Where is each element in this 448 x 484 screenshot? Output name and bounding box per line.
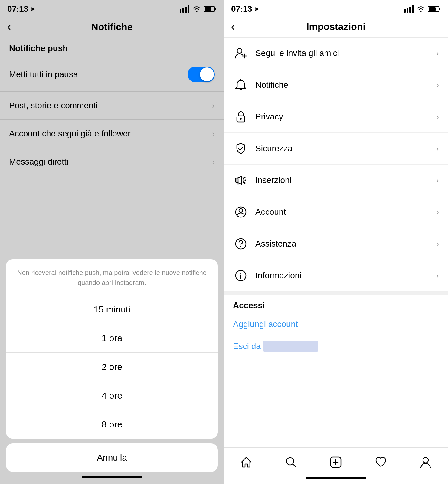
svg-point-12 (420, 11, 422, 12)
menu-item-privacy[interactable]: Privacy › (224, 101, 448, 133)
aggiungi-account-link[interactable]: Aggiungi account (233, 313, 439, 335)
svg-point-27 (239, 209, 243, 212)
right-signal-icon (404, 5, 414, 13)
right-status-icons (404, 5, 441, 13)
chevron-segui: › (436, 49, 439, 58)
svg-point-23 (244, 177, 246, 178)
right-home-bar (306, 477, 366, 479)
plus-square-tab-icon (330, 456, 342, 468)
svg-point-16 (237, 48, 242, 53)
svg-point-21 (240, 118, 242, 120)
megaphone-icon (233, 172, 249, 188)
sheet-option-15min[interactable]: 15 minuti (6, 295, 218, 324)
sheet-option-8ore[interactable]: 8 ore (6, 410, 218, 439)
heart-tab-icon (375, 456, 387, 468)
home-tab-icon (240, 456, 252, 468)
bell-icon (233, 77, 249, 93)
chevron-account-right: › (436, 208, 439, 217)
svg-rect-10 (409, 7, 411, 13)
right-nav-title: Impostazioni (306, 21, 366, 32)
chevron-sicurezza: › (436, 144, 439, 153)
svg-point-24 (245, 180, 246, 181)
esci-da-link[interactable]: Esci da (233, 335, 439, 357)
shield-icon (233, 141, 249, 156)
person-tab-icon (420, 456, 432, 468)
svg-rect-14 (439, 8, 440, 10)
chevron-privacy: › (436, 112, 439, 122)
menu-label-informazioni: Informazioni (255, 271, 436, 280)
svg-point-29 (240, 246, 241, 247)
menu-item-account[interactable]: Account › (224, 196, 448, 228)
menu-item-assistenza[interactable]: Assistenza › (224, 228, 448, 260)
menu-label-inserzioni: Inserzioni (255, 175, 436, 185)
right-wifi-icon (416, 5, 426, 13)
sheet-option-1ora[interactable]: 1 ora (6, 324, 218, 353)
lock-icon (233, 109, 249, 125)
person-plus-icon (233, 45, 249, 61)
menu-item-segui[interactable]: Segui e invita gli amici › (224, 38, 448, 69)
right-nav-header: ‹ Impostazioni (224, 16, 448, 38)
accessi-section: Accessi Aggiungi account Esci da (224, 295, 448, 357)
tab-home[interactable] (234, 453, 258, 471)
svg-rect-8 (404, 9, 406, 13)
svg-line-34 (293, 464, 296, 467)
tab-profile[interactable] (414, 453, 438, 471)
menu-label-sicurezza: Sicurezza (255, 144, 436, 153)
bottom-sheet: Non riceverai notifiche push, ma potrai … (6, 259, 218, 439)
svg-rect-11 (412, 5, 414, 13)
tab-activity[interactable] (369, 453, 393, 471)
svg-point-25 (244, 182, 246, 184)
chevron-assistenza: › (436, 239, 439, 249)
tab-bar (224, 447, 448, 474)
tab-create[interactable] (324, 453, 348, 471)
sheet-option-4ore[interactable]: 4 ore (6, 381, 218, 410)
right-battery-icon (428, 6, 441, 12)
menu-item-sicurezza[interactable]: Sicurezza › (224, 133, 448, 165)
sheet-option-2ore[interactable]: 2 ore (6, 353, 218, 381)
menu-label-segui: Segui e invita gli amici (255, 48, 436, 58)
chevron-notifiche: › (436, 80, 439, 90)
svg-rect-15 (429, 7, 436, 11)
right-status-bar: 07:13 ➤ (224, 0, 448, 16)
svg-point-38 (423, 457, 428, 463)
menu-item-informazioni[interactable]: Informazioni › (224, 260, 448, 292)
right-time: 07:13 (231, 4, 252, 14)
menu-item-notifiche[interactable]: Notifiche › (224, 69, 448, 101)
right-panel: 07:13 ➤ ‹ Impostazioni (224, 0, 448, 484)
right-back-button[interactable]: ‹ (231, 21, 235, 32)
question-circle-icon (233, 236, 249, 252)
sheet-info-text: Non riceverai notifiche push, ma potrai … (6, 259, 218, 295)
svg-point-31 (240, 273, 241, 274)
search-tab-icon (285, 456, 297, 468)
settings-menu-list: Segui e invita gli amici › Notifiche › (224, 38, 448, 447)
svg-rect-9 (407, 8, 408, 13)
tab-search[interactable] (279, 453, 303, 471)
right-location-icon: ➤ (254, 5, 259, 13)
menu-item-inserzioni[interactable]: Inserzioni › (224, 165, 448, 196)
person-circle-icon (233, 204, 249, 220)
right-home-indicator (224, 474, 448, 484)
accessi-title: Accessi (233, 301, 439, 310)
menu-label-privacy: Privacy (255, 112, 436, 122)
sheet-cancel-button[interactable]: Annulla (6, 443, 218, 472)
section-divider (224, 292, 448, 295)
info-circle-icon (233, 268, 249, 283)
menu-label-account: Account (255, 207, 436, 217)
left-panel: 07:13 ➤ ‹ Notifiche (0, 0, 224, 484)
menu-label-notifiche: Notifiche (255, 80, 436, 90)
chevron-informazioni: › (436, 271, 439, 280)
menu-label-assistenza: Assistenza (255, 239, 436, 249)
bottom-sheet-overlay: Non riceverai notifiche push, ma potrai … (0, 0, 224, 484)
chevron-inserzioni: › (436, 176, 439, 185)
